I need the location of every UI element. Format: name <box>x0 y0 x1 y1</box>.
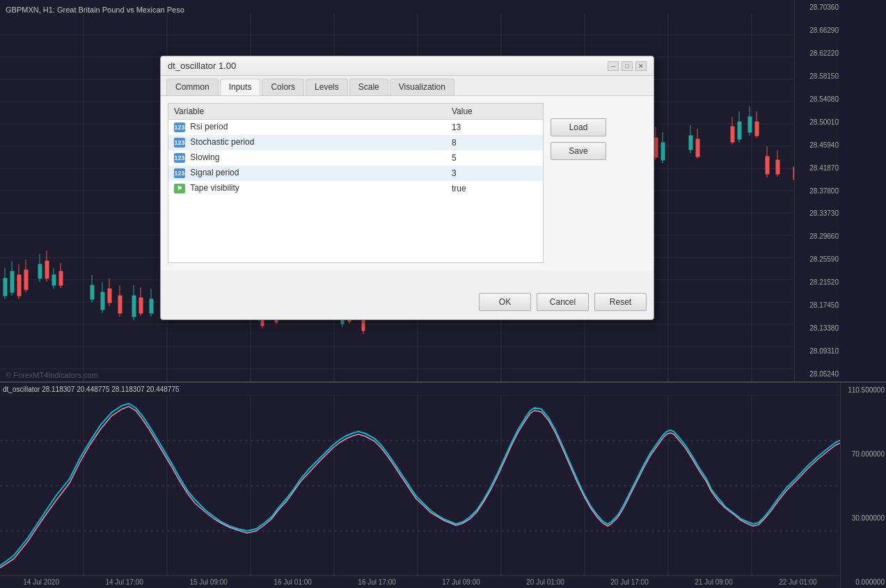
col-variable: Variable <box>168 104 446 120</box>
price-label: 28.17450 <box>796 301 839 309</box>
time-label: 20 Jul 01:00 <box>526 578 564 586</box>
load-button[interactable]: Load <box>551 118 606 136</box>
tab-common[interactable]: Common <box>166 79 219 95</box>
var-name: Tape visibility <box>190 183 239 193</box>
tab-colors[interactable]: Colors <box>262 79 304 95</box>
price-label: 28.09310 <box>796 347 839 355</box>
chart-title: GBPMXN, H1: Great Britain Pound vs Mexic… <box>6 6 184 14</box>
table-row[interactable]: 123 Stochastic period 8 <box>168 135 543 150</box>
var-cell: 123 Signal period <box>168 166 446 181</box>
tab-inputs[interactable]: Inputs <box>220 79 261 95</box>
input-table: Variable Value 123 Rsi period 13 <box>168 104 543 196</box>
time-label: 22 Jul 01:00 <box>779 578 817 586</box>
price-label: 28.29660 <box>796 232 839 240</box>
osc-price-label: 30.000000 <box>842 514 885 522</box>
val-cell: 13 <box>446 120 543 135</box>
var-name: Stochastic period <box>190 137 254 147</box>
val-cell: true <box>446 181 543 196</box>
numeric-icon: 123 <box>174 138 185 148</box>
oscillator-chart <box>0 395 840 576</box>
table-row[interactable]: 123 Rsi period 13 <box>168 120 543 135</box>
price-label: 28.62220 <box>796 49 839 57</box>
var-name: Slowing <box>190 152 219 162</box>
var-cell: 123 Rsi period <box>168 120 446 135</box>
bool-icon: ⚑ <box>174 184 185 193</box>
ok-button[interactable]: OK <box>479 293 531 311</box>
maximize-button[interactable]: □ <box>622 61 633 71</box>
price-axis: 28.70360 28.66290 28.62220 28.58150 28.5… <box>794 0 840 381</box>
save-button[interactable]: Save <box>551 142 606 160</box>
osc-price-label: 0.000000 <box>842 578 885 586</box>
osc-price-label: 110.500000 <box>842 386 885 394</box>
price-label: 28.70360 <box>796 3 839 11</box>
price-label: 28.33730 <box>796 209 839 217</box>
dialog-controls: ─ □ ✕ <box>608 61 647 71</box>
dialog: dt_oscillator 1.00 ─ □ ✕ Common Inputs C… <box>160 56 654 320</box>
close-button[interactable]: ✕ <box>635 61 647 71</box>
dialog-titlebar: dt_oscillator 1.00 ─ □ ✕ <box>161 56 654 76</box>
oscillator-title: dt_oscillator 28.118307 20.448775 28.118… <box>3 386 180 393</box>
price-label: 28.66290 <box>796 26 839 34</box>
val-cell: 5 <box>446 150 543 166</box>
val-cell: 8 <box>446 135 543 150</box>
oscillator-panel: dt_oscillator 28.118307 20.448775 28.118… <box>0 381 886 588</box>
time-label: 20 Jul 17:00 <box>610 578 649 586</box>
time-label: 21 Jul 09:00 <box>695 578 733 586</box>
time-label: 16 Jul 17:00 <box>358 578 396 586</box>
input-table-wrapper: Variable Value 123 Rsi period 13 <box>168 103 544 263</box>
numeric-icon: 123 <box>174 122 185 132</box>
dialog-content: Variable Value 123 Rsi period 13 <box>161 96 654 270</box>
reset-button[interactable]: Reset <box>594 293 647 311</box>
dialog-footer: OK Cancel Reset <box>479 293 647 311</box>
var-name: Rsi period <box>190 122 228 132</box>
price-label: 28.37800 <box>796 187 839 195</box>
price-label: 28.13380 <box>796 324 839 332</box>
time-label: 15 Jul 09:00 <box>189 578 228 586</box>
var-cell: 123 Slowing <box>168 150 446 166</box>
price-label: 28.25590 <box>796 255 839 263</box>
tab-visualization[interactable]: Visualization <box>390 79 454 95</box>
var-cell: ⚑ Tape visibility <box>168 181 446 196</box>
price-label: 28.21520 <box>796 278 839 286</box>
var-name: Signal period <box>190 168 239 177</box>
table-row[interactable]: 123 Signal period 3 <box>168 166 543 181</box>
time-label: 14 Jul 17:00 <box>105 578 143 586</box>
var-cell: 123 Stochastic period <box>168 135 446 150</box>
oscillator-price-axis: 110.500000 70.000000 30.000000 0.000000 <box>840 383 886 588</box>
minimize-button[interactable]: ─ <box>608 61 619 71</box>
tab-levels[interactable]: Levels <box>306 79 348 95</box>
cancel-button[interactable]: Cancel <box>537 293 589 311</box>
dialog-tabs: Common Inputs Colors Levels Scale Visual… <box>161 76 654 96</box>
price-label: 28.41870 <box>796 164 839 172</box>
dialog-title: dt_oscillator 1.00 <box>168 61 236 71</box>
time-axis: 14 Jul 2020 14 Jul 17:00 15 Jul 09:00 16… <box>0 575 840 588</box>
watermark: © ForexMT4Indicators.com <box>6 371 98 379</box>
table-row[interactable]: 123 Slowing 5 <box>168 150 543 166</box>
numeric-icon: 123 <box>174 153 185 163</box>
price-label: 28.58150 <box>796 72 839 80</box>
time-label: 16 Jul 01:00 <box>274 578 312 586</box>
time-label: 17 Jul 09:00 <box>442 578 480 586</box>
osc-price-label: 70.000000 <box>842 450 885 458</box>
price-label: 28.05240 <box>796 370 839 378</box>
col-value: Value <box>446 104 543 120</box>
table-row[interactable]: ⚑ Tape visibility true <box>168 181 543 196</box>
price-label: 28.54080 <box>796 95 839 103</box>
numeric-icon: 123 <box>174 168 185 178</box>
time-label: 14 Jul 2020 <box>23 578 59 586</box>
tab-scale[interactable]: Scale <box>349 79 388 95</box>
price-label: 28.45940 <box>796 141 839 149</box>
val-cell: 3 <box>446 166 543 181</box>
price-label: 28.50010 <box>796 118 839 126</box>
